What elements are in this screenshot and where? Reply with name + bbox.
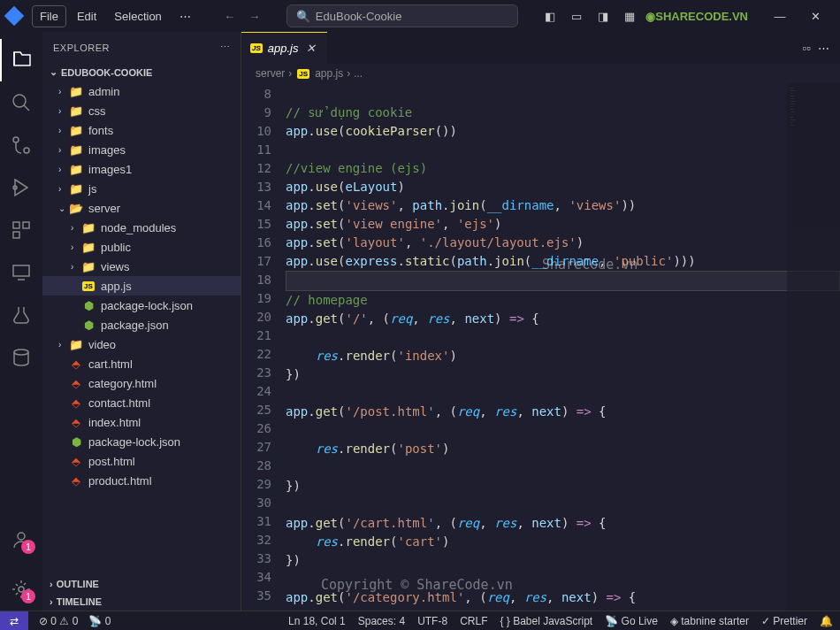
explorer-more-icon[interactable]: ⋯ <box>220 42 231 53</box>
activity-database-icon[interactable] <box>0 336 42 379</box>
sharecode-logo: ◉SHARECODE.VN <box>645 10 748 23</box>
search-icon: 🔍 <box>296 10 310 23</box>
timeline-section[interactable]: ›TIMELINE <box>42 593 241 611</box>
tab-label: app.js <box>268 42 299 55</box>
tree-folder-video[interactable]: ›📁video <box>42 334 241 354</box>
activity-extensions-icon[interactable] <box>0 209 42 251</box>
tree-folder-server[interactable]: ⌄📂server <box>42 198 241 218</box>
svg-rect-5 <box>23 222 29 228</box>
menu-more-icon[interactable]: ⋯ <box>172 6 198 27</box>
activity-testing-icon[interactable] <box>0 294 42 336</box>
svg-point-8 <box>14 350 28 355</box>
tree-file-package[interactable]: ⬢package.json <box>42 315 241 334</box>
menu-selection[interactable]: Selection <box>107 6 168 27</box>
svg-point-2 <box>24 148 29 153</box>
tree-folder-views[interactable]: ›📁views <box>42 257 241 276</box>
tab-appjs[interactable]: JS app.js ✕ <box>241 32 327 64</box>
tree-file-appjs[interactable]: JSapp.js <box>42 276 241 296</box>
status-language[interactable]: { } Babel JavaScript <box>500 615 592 627</box>
status-prettier[interactable]: ✓ Prettier <box>761 615 807 627</box>
code-content[interactable]: // sử dụng cookieapp.use(cookieParser())… <box>286 83 840 611</box>
tab-close-icon[interactable]: ✕ <box>304 42 318 55</box>
remote-indicator-icon[interactable]: ⇄ <box>0 611 28 631</box>
status-encoding[interactable]: UTF-8 <box>417 615 447 627</box>
status-indent[interactable]: Spaces: 4 <box>358 615 405 627</box>
status-cursor[interactable]: Ln 18, Col 1 <box>288 615 346 627</box>
tree-folder-js[interactable]: ›📁js <box>42 179 241 198</box>
tree-file-contact[interactable]: ⬘contact.html <box>42 393 241 412</box>
tree-folder-fonts[interactable]: ›📁fonts <box>42 120 241 140</box>
tree-folder-css[interactable]: ›📁css <box>42 101 241 120</box>
status-notifications-icon[interactable]: 🔔 <box>820 615 833 627</box>
layout-sidebar-right-icon[interactable]: ◨ <box>592 5 614 27</box>
settings-badge: 1 <box>21 589 35 603</box>
nav-back-icon[interactable]: ← <box>219 5 241 27</box>
tree-file-category[interactable]: ⬘category.html <box>42 373 241 393</box>
status-eol[interactable]: CRLF <box>460 615 487 627</box>
window-close-icon[interactable]: ✕ <box>798 3 833 29</box>
status-problems[interactable]: ⊘ 0 ⚠ 0 <box>39 615 78 627</box>
activity-remote-icon[interactable] <box>0 251 42 294</box>
window-minimize-icon[interactable]: — <box>762 3 798 29</box>
outline-section[interactable]: ›OUTLINE <box>42 575 241 593</box>
vscode-logo-icon <box>4 6 25 27</box>
layout-customize-icon[interactable]: ▦ <box>619 5 640 27</box>
accounts-badge: 1 <box>21 540 35 554</box>
activity-settings-icon[interactable]: 1 <box>0 568 42 611</box>
tree-file-product[interactable]: ⬘product.html <box>42 471 241 490</box>
tree-file-package-lock[interactable]: ⬢package-lock.json <box>42 296 241 315</box>
status-golive[interactable]: 📡 Go Live <box>605 615 658 627</box>
svg-rect-4 <box>13 222 19 228</box>
code-editor[interactable]: 8910111213141516171819202122232425262728… <box>241 83 840 611</box>
layout-panel-icon[interactable]: ▭ <box>566 5 587 27</box>
svg-point-0 <box>13 95 26 107</box>
tree-folder-node-modules[interactable]: ›📁node_modules <box>42 218 241 237</box>
activity-accounts-icon[interactable]: 1 <box>0 519 42 561</box>
explorer-title: EXPLORER <box>53 42 110 53</box>
editor-area: JS app.js ✕ ▫▫ ⋯ server› JSapp.js› ... 8… <box>241 32 840 611</box>
editor-more-icon[interactable]: ⋯ <box>818 42 829 55</box>
tree-file-post[interactable]: ⬘post.html <box>42 451 241 471</box>
svg-point-1 <box>13 137 19 142</box>
activity-explorer-icon[interactable] <box>0 39 42 81</box>
title-bar: File Edit Selection ⋯ ← → 🔍 EduBook-Cook… <box>0 0 840 32</box>
activity-search-icon[interactable] <box>0 81 42 124</box>
menu-file[interactable]: File <box>32 5 66 27</box>
svg-rect-6 <box>13 232 19 238</box>
status-bar: ⇄ ⊘ 0 ⚠ 0 📡 0 Ln 18, Col 1 Spaces: 4 UTF… <box>0 611 840 630</box>
activity-bar: 1 1 <box>0 32 42 611</box>
activity-source-control-icon[interactable] <box>0 124 42 166</box>
svg-point-9 <box>18 533 25 540</box>
tree-file-index[interactable]: ⬘index.html <box>42 412 241 432</box>
tree-file-cart[interactable]: ⬘cart.html <box>42 354 241 373</box>
search-text: EduBook-Cookie <box>316 10 402 23</box>
command-center-search[interactable]: 🔍 EduBook-Cookie <box>286 4 518 27</box>
tree-folder-images1[interactable]: ›📁images1 <box>42 159 241 179</box>
editor-tabs: JS app.js ✕ ▫▫ ⋯ <box>241 32 840 64</box>
activity-debug-icon[interactable] <box>0 166 42 209</box>
split-editor-icon[interactable]: ▫▫ <box>803 42 811 55</box>
tree-file-package-lock2[interactable]: ⬢package-lock.json <box>42 432 241 451</box>
menu-edit[interactable]: Edit <box>70 6 103 27</box>
status-tabnine[interactable]: ◈ tabnine starter <box>670 615 749 627</box>
tree-folder-images[interactable]: ›📁images <box>42 140 241 159</box>
svg-rect-7 <box>13 265 29 276</box>
file-tree: ›📁admin ›📁css ›📁fonts ›📁images ›📁images1… <box>42 81 241 575</box>
breadcrumb[interactable]: server› JSapp.js› ... <box>241 64 840 83</box>
nav-forward-icon[interactable]: → <box>244 5 265 27</box>
sidebar: EXPLORER ⋯ ⌄EDUBOOK-COOKIE ›📁admin ›📁css… <box>42 32 241 611</box>
tree-folder-admin[interactable]: ›📁admin <box>42 81 241 101</box>
minimap[interactable]: ▬▬▬▬▬▬▬▬▬▬▬▬▬▬▬▬▬▬▬▬▬▬▬▬▬▬▬▬▬▬▬▬▬▬▬▬▬▬▬▬… <box>787 83 840 611</box>
line-gutter: 8910111213141516171819202122232425262728… <box>241 83 286 611</box>
status-ports[interactable]: 📡 0 <box>88 615 111 627</box>
layout-sidebar-left-icon[interactable]: ◧ <box>539 5 561 27</box>
tree-folder-public[interactable]: ›📁public <box>42 237 241 257</box>
js-file-icon: JS <box>250 43 263 53</box>
project-section[interactable]: ⌄EDUBOOK-COOKIE <box>42 63 241 81</box>
